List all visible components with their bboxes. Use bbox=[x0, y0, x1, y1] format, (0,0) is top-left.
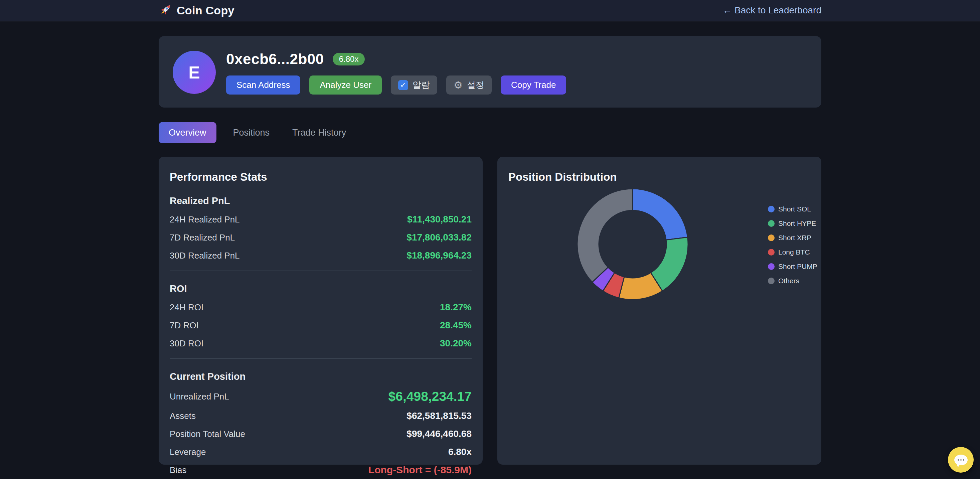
stat-row-24h-roi: 24H ROI 18.27% bbox=[170, 298, 472, 316]
stat-row-leverage: Leverage 6.80x bbox=[170, 443, 472, 461]
legend-label: Short SOL bbox=[778, 205, 811, 213]
legend-label: Long BTC bbox=[778, 248, 810, 256]
stat-row-30d-roi: 30D ROI 30.20% bbox=[170, 334, 472, 352]
tab-positions[interactable]: Positions bbox=[222, 122, 281, 143]
stat-label: 7D ROI bbox=[170, 320, 199, 331]
stat-label: 7D Realized PnL bbox=[170, 232, 235, 243]
gear-icon: ⚙ bbox=[453, 80, 463, 90]
performance-stats-card: Performance Stats Realized PnL 24H Reali… bbox=[159, 157, 483, 465]
alarm-label: 알람 bbox=[412, 79, 430, 91]
tab-bar: Overview Positions Trade History bbox=[159, 122, 821, 143]
alarm-toggle-button[interactable]: ✓ 알람 bbox=[391, 75, 437, 94]
donut-slice-others bbox=[577, 189, 633, 282]
section-divider bbox=[170, 271, 472, 271]
stat-value: $11,430,850.21 bbox=[407, 214, 472, 225]
legend-item-short-hype: Short HYPE bbox=[768, 216, 817, 231]
legend-item-short-sol: Short SOL bbox=[768, 202, 817, 216]
legend-dot bbox=[768, 220, 775, 227]
legend-label: Others bbox=[778, 277, 799, 285]
stat-row-30d-realized: 30D Realized PnL $18,896,964.23 bbox=[170, 247, 472, 264]
legend-label: Short PUMP bbox=[778, 263, 817, 271]
app-title: Coin Copy bbox=[177, 4, 234, 17]
rocket-icon bbox=[159, 3, 173, 18]
legend-dot bbox=[768, 206, 775, 212]
scan-address-button[interactable]: Scan Address bbox=[226, 75, 300, 94]
analyze-user-button[interactable]: Analyze User bbox=[309, 75, 382, 94]
tab-trade-history[interactable]: Trade History bbox=[281, 122, 357, 143]
stat-label: Bias bbox=[170, 465, 187, 475]
avatar: E bbox=[173, 51, 216, 94]
legend-dot bbox=[768, 278, 775, 284]
stat-label: 30D Realized PnL bbox=[170, 250, 240, 261]
tab-overview[interactable]: Overview bbox=[159, 122, 216, 143]
section-divider bbox=[170, 358, 472, 359]
chart-legend: Short SOLShort HYPEShort XRPLong BTCShor… bbox=[768, 202, 817, 288]
stat-label: Unrealized PnL bbox=[170, 391, 229, 402]
legend-item-short-xrp: Short XRP bbox=[768, 231, 817, 245]
legend-label: Short HYPE bbox=[778, 220, 816, 228]
legend-item-others: Others bbox=[768, 274, 817, 288]
profile-card: E 0xecb6...2b00 6.80x Scan Address Analy… bbox=[159, 36, 821, 108]
wallet-address-title: 0xecb6...2b00 bbox=[226, 51, 324, 67]
realized-pnl-heading: Realized PnL bbox=[170, 196, 472, 207]
stat-row-24h-realized: 24H Realized PnL $11,430,850.21 bbox=[170, 210, 472, 229]
stat-label: Assets bbox=[170, 411, 196, 421]
stat-row-unrealized-pnl: Unrealized PnL $6,498,234.17 bbox=[170, 386, 472, 407]
stat-value: $99,446,460.68 bbox=[407, 428, 472, 439]
stat-value: 30.20% bbox=[440, 338, 472, 349]
navbar: Coin Copy ← Back to Leaderboard bbox=[0, 0, 980, 21]
stat-label: 30D ROI bbox=[170, 338, 204, 349]
legend-dot bbox=[768, 234, 775, 241]
performance-stats-title: Performance Stats bbox=[170, 171, 472, 183]
legend-item-short-pump: Short PUMP bbox=[768, 259, 817, 274]
stat-label: 24H Realized PnL bbox=[170, 215, 240, 225]
app-logo: Coin Copy bbox=[159, 3, 234, 18]
stat-row-bias: Bias Long-Short = (-85.9M) bbox=[170, 461, 472, 479]
alarm-checkbox[interactable]: ✓ bbox=[398, 80, 408, 90]
settings-label: 설정 bbox=[467, 79, 484, 91]
stat-label: Leverage bbox=[170, 447, 206, 457]
donut-slice-short-sol bbox=[633, 189, 688, 240]
stat-value: 28.45% bbox=[440, 320, 472, 331]
stat-row-position-total-value: Position Total Value $99,446,460.68 bbox=[170, 425, 472, 443]
copy-trade-button[interactable]: Copy Trade bbox=[501, 75, 566, 94]
stat-value: 6.80x bbox=[448, 447, 472, 457]
legend-dot bbox=[768, 263, 775, 270]
chat-bubble-icon bbox=[954, 455, 968, 465]
stat-value: $18,896,964.23 bbox=[407, 250, 472, 261]
settings-button[interactable]: ⚙ 설정 bbox=[446, 75, 492, 94]
stat-value: $62,581,815.53 bbox=[407, 411, 472, 421]
stat-row-7d-roi: 7D ROI 28.45% bbox=[170, 316, 472, 334]
stat-value: Long-Short = (-85.9M) bbox=[368, 464, 472, 476]
legend-item-long-btc: Long BTC bbox=[768, 245, 817, 259]
leverage-badge: 6.80x bbox=[332, 53, 365, 65]
stat-row-assets: Assets $62,581,815.53 bbox=[170, 407, 472, 425]
current-position-heading: Current Position bbox=[170, 371, 472, 382]
position-distribution-title: Position Distribution bbox=[508, 171, 810, 183]
stat-value: $17,806,033.82 bbox=[407, 232, 472, 243]
stat-row-7d-realized: 7D Realized PnL $17,806,033.82 bbox=[170, 229, 472, 247]
legend-dot bbox=[768, 249, 775, 256]
stat-value: $6,498,234.17 bbox=[388, 389, 472, 404]
position-distribution-card: Position Distribution Short SOLShort HYP… bbox=[497, 157, 821, 465]
stat-value: 18.27% bbox=[440, 302, 472, 313]
back-to-leaderboard-link[interactable]: ← Back to Leaderboard bbox=[722, 5, 821, 16]
legend-label: Short XRP bbox=[778, 234, 811, 242]
stat-label: 24H ROI bbox=[170, 302, 204, 313]
roi-heading: ROI bbox=[170, 283, 472, 294]
position-distribution-donut-chart bbox=[576, 188, 689, 300]
chat-widget-button[interactable] bbox=[948, 447, 974, 473]
stat-label: Position Total Value bbox=[170, 429, 245, 439]
